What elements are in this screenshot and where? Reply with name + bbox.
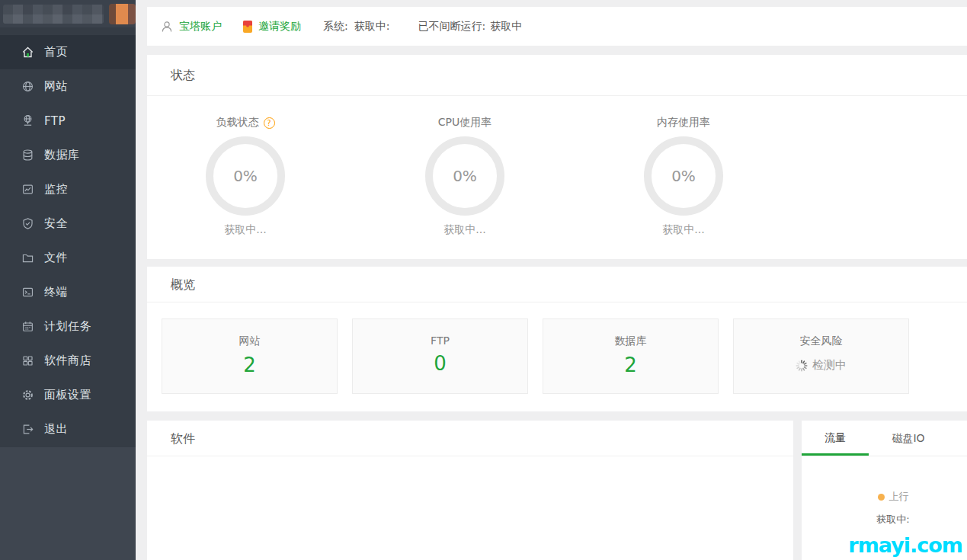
terminal-icon <box>21 286 34 299</box>
sidebar: 首页 网站 FTP 数据库 监控 安全 文件 终端 <box>0 0 136 560</box>
sidebar-item-security[interactable]: 安全 <box>0 206 136 241</box>
globe-icon <box>21 80 34 93</box>
sidebar-item-label: 终端 <box>44 285 68 299</box>
sidebar-item-home[interactable]: 首页 <box>0 35 136 69</box>
status-section-title: 状态 <box>147 55 967 96</box>
uptime-label: 已不间断运行: <box>418 20 485 34</box>
gauge-title: 负载状态 <box>216 116 259 130</box>
gauge-subtitle: 获取中... <box>169 223 322 237</box>
overview-card-title: 网站 <box>162 334 337 348</box>
gauge-value: 0% <box>233 167 258 185</box>
gear-icon <box>21 389 34 402</box>
cpu-usage-gauge: CPU使用率 0% 获取中... <box>389 116 541 237</box>
chart-legend: 上行 <box>802 490 967 504</box>
sidebar-item-label: 文件 <box>44 251 68 265</box>
sidebar-item-website[interactable]: 网站 <box>0 69 136 104</box>
overview-card-title: 安全风险 <box>734 334 908 348</box>
sidebar-item-logout[interactable]: 退出 <box>0 412 136 446</box>
uptime-value: 获取中 <box>490 20 522 34</box>
sidebar-item-label: 退出 <box>44 422 68 437</box>
overview-card-value: 0 <box>353 352 527 375</box>
invite-reward-link[interactable]: 邀请奖励 <box>258 20 301 34</box>
blurred-logo-badge <box>109 4 136 24</box>
sidebar-item-files[interactable]: 文件 <box>0 241 136 275</box>
overview-card-database[interactable]: 数据库 2 <box>543 318 719 394</box>
sidebar-item-label: 首页 <box>44 45 68 59</box>
overview-card-value: 2 <box>162 354 337 376</box>
overview-row: 网站 2 FTP 0 数据库 2 安全风险 检测中 <box>147 302 967 394</box>
sidebar-item-panel-settings[interactable]: 面板设置 <box>0 378 136 412</box>
sidebar-item-app-store[interactable]: 软件商店 <box>0 344 136 378</box>
gauge-ring: 0% <box>206 136 285 216</box>
site-watermark: rmayi.com <box>848 533 962 557</box>
sidebar-item-label: 安全 <box>44 216 68 231</box>
sidebar-menu: 首页 网站 FTP 数据库 监控 安全 文件 终端 <box>0 27 136 447</box>
calendar-icon <box>21 320 34 333</box>
red-packet-icon <box>242 20 253 34</box>
sidebar-item-label: 数据库 <box>44 148 80 162</box>
memory-usage-gauge: 内存使用率 0% 获取中... <box>607 116 760 237</box>
upstream-legend-dot-icon <box>878 494 885 501</box>
chart-loading-status: 获取中: <box>802 513 967 526</box>
sidebar-item-cron[interactable]: 计划任务 <box>0 309 136 344</box>
gauge-title: CPU使用率 <box>438 116 492 130</box>
overview-section-title: 概览 <box>147 267 967 302</box>
system-value: 获取中: <box>354 20 390 34</box>
overview-section: 概览 网站 2 FTP 0 数据库 2 安全风险 检测中 <box>147 267 967 411</box>
help-icon[interactable]: ? <box>264 117 275 129</box>
load-status-gauge: 负载状态 ? 0% 获取中... <box>169 116 322 237</box>
system-label: 系统: <box>323 20 348 34</box>
sidebar-item-monitor[interactable]: 监控 <box>0 172 136 206</box>
monitor-chart-icon <box>21 183 34 196</box>
overview-card-website[interactable]: 网站 2 <box>162 318 338 394</box>
sidebar-item-label: 监控 <box>44 182 68 197</box>
sidebar-logo-area <box>0 0 136 27</box>
shield-check-icon <box>21 217 34 230</box>
gauge-subtitle: 获取中... <box>389 223 541 237</box>
database-icon <box>21 149 34 162</box>
gauge-subtitle: 获取中... <box>607 223 760 237</box>
app-grid-icon <box>21 354 34 367</box>
bt-account-link[interactable]: 宝塔账户 <box>179 20 222 34</box>
overview-card-ftp[interactable]: FTP 0 <box>352 318 528 394</box>
gauge-value: 0% <box>671 167 696 185</box>
sidebar-item-label: 网站 <box>44 79 68 94</box>
sidebar-item-label: 计划任务 <box>44 319 91 334</box>
gauge-title: 内存使用率 <box>657 116 710 130</box>
upstream-legend-label: 上行 <box>889 490 909 504</box>
software-section: 软件 <box>147 421 793 560</box>
sidebar-item-label: FTP <box>44 114 66 128</box>
status-section: 状态 负载状态 ? 0% 获取中... CPU使用率 0% 获取中... 内存使… <box>147 55 967 259</box>
sidebar-item-label: 面板设置 <box>44 388 91 402</box>
gauge-value: 0% <box>453 167 477 185</box>
overview-card-title: FTP <box>353 334 527 347</box>
blurred-server-name <box>3 5 104 24</box>
sidebar-item-label: 软件商店 <box>44 354 91 368</box>
top-bar: 宝塔账户 邀请奖励 系统: 获取中: 已不间断运行: 获取中 <box>147 7 967 46</box>
home-icon <box>21 46 34 59</box>
main-content: 宝塔账户 邀请奖励 系统: 获取中: 已不间断运行: 获取中 状态 负载状态 ?… <box>136 0 967 560</box>
sidebar-item-ftp[interactable]: FTP <box>0 104 136 138</box>
ftp-globe-icon <box>21 114 34 127</box>
overview-card-value: 2 <box>543 354 718 376</box>
overview-card-value: 检测中 <box>812 358 847 373</box>
spinner-icon <box>796 360 808 372</box>
software-section-title: 软件 <box>147 421 793 456</box>
overview-card-title: 数据库 <box>543 334 718 348</box>
overview-card-security-risk[interactable]: 安全风险 检测中 <box>733 318 909 394</box>
tab-traffic[interactable]: 流量 <box>802 421 869 456</box>
gauge-ring: 0% <box>644 136 723 216</box>
sidebar-item-database[interactable]: 数据库 <box>0 138 136 172</box>
gauge-ring: 0% <box>425 136 504 216</box>
chart-tabs: 流量 磁盘IO <box>802 421 967 456</box>
sidebar-item-terminal[interactable]: 终端 <box>0 275 136 309</box>
user-icon <box>160 20 174 34</box>
tab-disk-io[interactable]: 磁盘IO <box>869 421 948 456</box>
folder-icon <box>21 251 34 264</box>
logout-icon <box>21 423 34 436</box>
